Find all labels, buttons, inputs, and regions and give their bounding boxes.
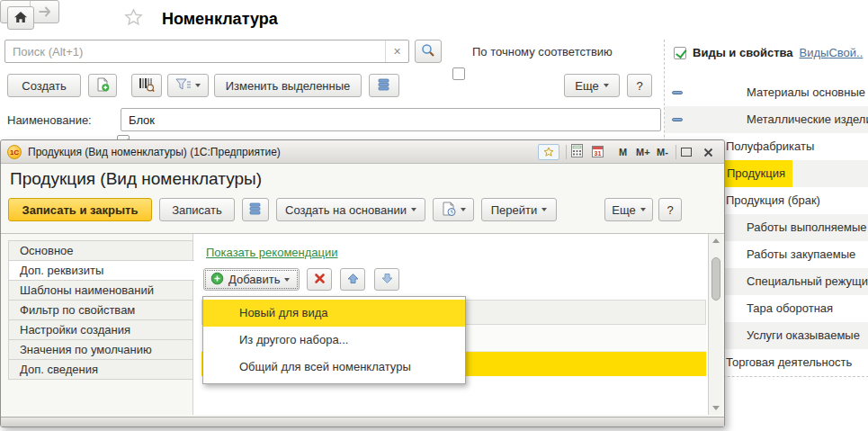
menu-item[interactable]: Общий для всей номенклатуры [203,354,465,381]
edit-selected-button[interactable]: Изменить выделенные [214,74,362,97]
search-input[interactable] [5,40,385,62]
arrow-up-icon [347,273,359,287]
more-label: Еще [575,79,598,93]
create-button[interactable]: Создать [7,74,81,97]
chevron-down-icon [541,208,547,211]
dialog-bottom-frame [1,417,724,427]
titlebar-separator [676,145,676,159]
panel-links: ВидыСвой.. [800,46,864,59]
chevron-down-icon [195,84,201,87]
chevron-down-icon [411,208,416,211]
list-item-label: Работы закупаемые [747,241,855,268]
add-button-label: Добавить [228,273,280,286]
add-button[interactable]: Добавить [203,268,300,291]
dialog-tab[interactable]: Доп. сведения [8,359,193,380]
exact-match-checkbox[interactable] [452,67,465,80]
dialog-more-button[interactable]: Еще [604,198,653,221]
save-button[interactable]: Записать [159,198,235,221]
exact-match-label: По точному соответствию [472,45,613,58]
search-icon [421,43,435,60]
arrow-down-icon [381,273,393,287]
create-based-on-label: Создать на основании [285,203,407,217]
list-item-label: Полуфабрикаты [726,133,814,160]
memory-m-button[interactable]: M [619,140,627,164]
dialog-titlebar[interactable]: 1С Продукция (Вид номенклатуры) (1С:Пред… [1,140,724,164]
dialog-tab[interactable]: Значения по умолчанию [8,339,193,360]
add-plus-icon [210,272,224,288]
save-and-close-button[interactable]: Записать и закрыть [8,198,152,221]
list-settings-button[interactable] [369,74,399,97]
help-button[interactable]: ? [627,74,652,97]
create-group-button[interactable] [88,74,117,97]
scroll-down-icon[interactable] [712,406,720,410]
chevron-down-icon [604,84,609,87]
delete-button[interactable] [307,268,332,291]
show-recommendations-link[interactable]: Показать рекомендации [206,246,338,259]
titlebar-separator [566,145,567,159]
filter-button[interactable] [167,74,209,97]
dialog-help-button[interactable]: ? [658,198,682,221]
panel-link[interactable]: Свой.. [828,46,863,59]
calendar-button[interactable]: 31 [592,144,604,157]
dialog-tab[interactable]: Основное [8,240,193,261]
panel-link[interactable]: Виды [800,46,829,59]
delete-x-icon [314,273,326,287]
star-icon [543,147,554,157]
more-label: Еще [612,203,635,217]
chevron-down-icon [461,208,466,211]
go-to-button[interactable]: Перейти [481,198,557,221]
new-document-icon [95,77,110,94]
stacked-bars-icon [249,202,262,218]
forward-arrow-icon [38,6,51,17]
dialog-tab-list: Основное Доп. реквизиты Шаблоны наименов… [8,241,193,380]
more-button[interactable]: Еще [564,74,620,97]
create-based-on-button[interactable]: Создать на основании [276,198,425,221]
menu-item[interactable]: Новый для вида [203,300,465,327]
dialog-tab[interactable]: Фильтр по свойствам [8,300,193,320]
barcode-icon [139,77,155,94]
calculator-icon [571,144,583,157]
dialog-scrollbar[interactable] [708,234,722,415]
dialog-favorites-button[interactable] [538,144,559,160]
chevron-down-icon [640,208,646,211]
calculator-button[interactable] [571,144,583,157]
dialog-tab[interactable]: Шаблоны наименований [8,280,193,301]
search-button[interactable] [415,40,442,63]
document-clock-icon [442,202,456,219]
search-clear-button[interactable]: × [385,40,408,62]
list-item-label: Работы выполняемые [747,214,867,241]
svg-text:31: 31 [595,150,602,157]
list-item[interactable]: Металлические издели [665,106,868,133]
menu-item[interactable]: Из другого набора... [203,327,465,354]
add-dropdown-menu: Новый для вида Из другого набора... Общи… [202,296,466,384]
search-box: × [4,40,409,63]
name-filter-input[interactable] [121,108,661,131]
scroll-up-icon[interactable] [712,238,720,243]
chevron-down-icon [284,278,290,282]
dialog-tab[interactable]: Доп. реквизиты [8,260,194,281]
panel-header: Виды и свойства ВидыСвой.. [674,46,863,59]
register-records-button[interactable] [242,198,269,221]
scrollbar-thumb[interactable] [711,257,720,301]
home-button[interactable] [7,6,34,30]
item-dash-icon [672,91,683,94]
name-filter-label: Наименование: [7,113,92,127]
list-item[interactable]: Материалы основные [665,79,868,106]
item-dash-icon [672,118,683,121]
stacked-bars-icon [378,78,390,94]
list-item-label: Тара оборотная [747,295,833,322]
dialog-tab[interactable]: Настройки создания [8,319,193,340]
move-down-button[interactable] [374,268,399,291]
home-icon [13,11,28,26]
document-history-button[interactable] [433,198,474,221]
list-item-label: Торговая деятельность [726,349,852,376]
memory-m-plus-button[interactable]: M+ [636,140,650,164]
close-button[interactable] [701,145,715,159]
barcode-search-button[interactable] [131,74,162,97]
move-up-button[interactable] [340,268,365,291]
favorites-star-icon[interactable] [124,8,143,30]
calendar-icon: 31 [592,144,604,157]
memory-m-minus-button[interactable]: M- [657,140,668,164]
kinds-panel-checkbox[interactable] [674,47,686,59]
maximize-button[interactable] [681,148,692,157]
